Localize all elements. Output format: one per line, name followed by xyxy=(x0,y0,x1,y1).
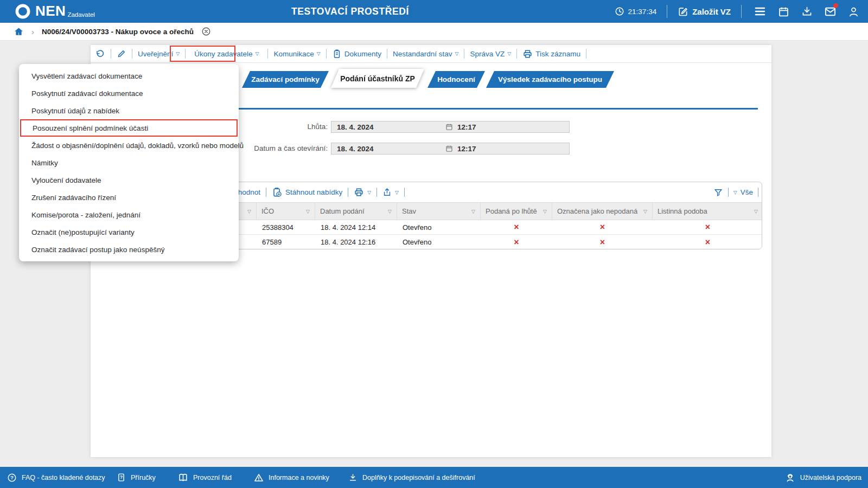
sort-icon[interactable]: ▽ xyxy=(643,209,647,214)
menu-item-oznacit-neuspesny[interactable]: Označit zadávací postup jako neúspěšný xyxy=(19,241,239,258)
toolbar-divider xyxy=(132,49,132,59)
filter-button[interactable] xyxy=(713,188,723,197)
deadline-date-value[interactable]: 18. 4. 2024 xyxy=(331,123,445,131)
actions-dropdown-menu: Vysvětlení zadávací dokumentace Poskytnu… xyxy=(19,64,239,261)
menu-item-oznacit-varianty[interactable]: Označit (ne)postupující varianty xyxy=(19,223,239,241)
opening-field[interactable]: 18. 4. 2024 12:17 xyxy=(331,143,570,155)
toolbar-documents[interactable]: Dokumenty xyxy=(332,49,381,59)
chevron-down-icon: ▽ xyxy=(455,52,459,56)
x-mark-icon: × xyxy=(514,223,519,232)
column-header-nepodana[interactable]: Označena jako nepodaná▽ xyxy=(552,203,653,220)
column-header-datum[interactable]: Datum podání▽ xyxy=(315,203,397,220)
person-icon xyxy=(848,6,859,17)
main-menu-button[interactable] xyxy=(752,5,768,18)
cell-stav: Otevřeno xyxy=(397,235,481,249)
calendar-icon[interactable] xyxy=(445,145,453,152)
logo-text: NEN xyxy=(35,3,66,19)
new-tender-button[interactable]: Založit VZ xyxy=(678,6,731,17)
header-divider xyxy=(667,5,667,18)
column-header-listinna[interactable]: Listinná podoba▽ xyxy=(653,203,762,220)
download-bids-label: Stáhnout nabídky xyxy=(285,188,342,196)
nen-logo-icon xyxy=(14,3,31,20)
tab-hodnoceni[interactable]: Hodnocení xyxy=(427,71,485,88)
home-button[interactable] xyxy=(14,27,24,37)
menu-item-poskytnuti-dokumentace[interactable]: Poskytnutí zadávací dokumentace xyxy=(19,85,239,102)
sort-icon[interactable]: ▽ xyxy=(247,209,251,214)
toolbar-print[interactable]: Tisk záznamu xyxy=(522,49,580,59)
menu-item-poskytnuti-udaju[interactable]: Poskytnutí údajů z nabídek xyxy=(19,102,239,119)
cell-datum: 18. 4. 2024 12:16 xyxy=(315,235,397,249)
x-mark-icon: × xyxy=(514,238,519,247)
downloads-button[interactable] xyxy=(799,6,815,17)
headset-person-icon xyxy=(785,472,795,483)
download-bids-button[interactable]: Stáhnout nabídky xyxy=(272,187,342,197)
menu-item-zruseni[interactable]: Zrušení zadávacího řízení xyxy=(19,189,239,206)
footer-manuals-link[interactable]: Příručky xyxy=(117,467,156,488)
sort-icon[interactable]: ▽ xyxy=(754,209,758,214)
toolbar-actions[interactable]: Úkony zadavatele ▽ xyxy=(191,50,262,58)
menu-item-komise[interactable]: Komise/porota - založení, jednání xyxy=(19,206,239,223)
tab-vysledek[interactable]: Výsledek zadávacího postupu xyxy=(486,71,614,88)
printer-icon xyxy=(522,49,533,59)
footer-support-link[interactable]: Uživatelská podpora xyxy=(785,467,861,488)
footer-news-link[interactable]: Informace a novinky xyxy=(254,467,329,488)
calendar-button[interactable] xyxy=(775,6,792,17)
toolbar-divider xyxy=(111,49,111,59)
deadline-field[interactable]: 18. 4. 2024 12:17 xyxy=(331,121,570,133)
toolbar-admin[interactable]: Správa VZ ▽ xyxy=(470,50,511,58)
calendar-icon[interactable] xyxy=(445,123,453,131)
question-document-icon xyxy=(117,473,126,482)
column-header-stav[interactable]: Stav▽ xyxy=(397,203,481,220)
grid-print-button[interactable]: ▽ xyxy=(354,187,371,197)
footer-faq-label: FAQ - často kladené dotazy xyxy=(22,474,105,481)
toolbar-divider xyxy=(326,49,327,59)
share-icon xyxy=(382,188,392,197)
opening-date-value[interactable]: 18. 4. 2024 xyxy=(331,145,445,153)
show-all-button[interactable]: ▽ Vše xyxy=(733,188,753,196)
toolbar-communication[interactable]: Komunikace ▽ xyxy=(273,50,320,58)
opening-time-value[interactable]: 12:17 xyxy=(457,145,476,153)
breadcrumb-chevron-icon: › xyxy=(31,27,34,36)
footer-faq-link[interactable]: FAQ - často kladené dotazy xyxy=(7,467,105,488)
printer-icon xyxy=(354,187,364,197)
footer-rules-link[interactable]: Provozní řád xyxy=(178,467,232,488)
unread-badge xyxy=(833,3,838,8)
footer-news-label: Informace a novinky xyxy=(269,474,329,481)
menu-item-zadost[interactable]: Žádost o objasnění/doplnění údajů, dokla… xyxy=(19,137,239,154)
toolbar-nonstandard[interactable]: Nestandardní stav ▽ xyxy=(393,50,458,58)
menu-item-vysvetleni[interactable]: Vysvětlení zadávací dokumentace xyxy=(19,67,239,85)
deadline-time-value[interactable]: 12:17 xyxy=(457,123,476,131)
history-button[interactable] xyxy=(95,49,105,59)
pencil-icon xyxy=(117,49,126,59)
sort-icon[interactable]: ▽ xyxy=(306,209,310,214)
edit-button[interactable] xyxy=(117,49,126,59)
record-toolbar: Uveřejnění ▽ Úkony zadavatele ▽ Komunika… xyxy=(91,45,771,63)
menu-item-namitky[interactable]: Námitky xyxy=(19,154,239,171)
sort-icon[interactable]: ▽ xyxy=(388,209,392,214)
column-header-ico[interactable]: IČO▽ xyxy=(257,203,315,220)
sort-icon[interactable]: ▽ xyxy=(471,209,475,214)
tab-zadavaci-podminky[interactable]: Zadávací podmínky xyxy=(242,71,329,88)
tab-podani-ucastniku[interactable]: Podání účastníků ZP xyxy=(331,69,424,88)
grid-toolbar-divider xyxy=(348,188,348,197)
profile-button[interactable] xyxy=(845,6,861,17)
footer-plugins-link[interactable]: Doplňky k podepisování a dešifrování xyxy=(348,467,475,488)
section-divider xyxy=(237,108,758,110)
document-icon xyxy=(332,49,342,59)
tab-label: Zadávací podmínky xyxy=(251,75,319,84)
grid-toolbar-divider xyxy=(266,188,266,197)
nen-logo[interactable]: NEN Zadavatel xyxy=(14,3,95,20)
breadcrumb[interactable]: N006/24/V00003733 - Nákup ovoce a ořechů xyxy=(42,28,194,36)
close-record-button[interactable] xyxy=(201,27,211,36)
column-header-po-lhute[interactable]: Podaná po lhůtě▽ xyxy=(481,203,552,220)
menu-item-posouzeni[interactable]: Posouzení splnění podmínek účasti xyxy=(20,119,238,137)
grid-toolbar-divider xyxy=(404,188,405,197)
home-icon xyxy=(14,27,24,37)
menu-item-vylouceni[interactable]: Vyloučení dodavatele xyxy=(19,171,239,189)
messages-button[interactable] xyxy=(822,5,838,18)
sort-icon[interactable]: ▽ xyxy=(543,209,547,214)
toolbar-publish[interactable]: Uveřejnění ▽ xyxy=(138,50,180,58)
grid-export-share-button[interactable]: ▽ xyxy=(382,188,399,197)
grid-toolbar-divider xyxy=(376,188,377,197)
chevron-down-icon: ▽ xyxy=(507,52,511,56)
